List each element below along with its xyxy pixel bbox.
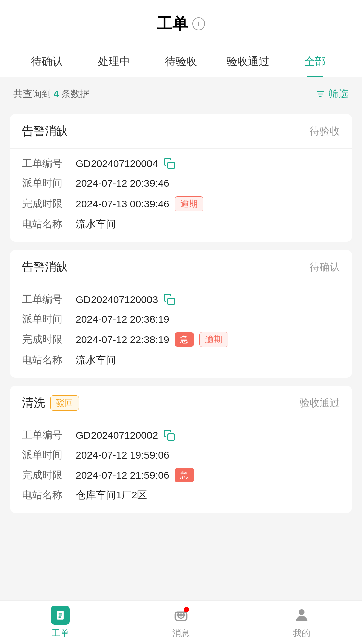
station-row: 电站名称 仓库车间1厂2区 (22, 488, 340, 502)
deadline-row: 完成时限 2024-07-12 22:38:19 急 逾期 (22, 332, 340, 347)
tab-bar: 待确认 处理中 待验收 验收通过 全部 (0, 41, 362, 77)
svg-point-13 (180, 614, 182, 616)
card-header: 告警消缺 待验收 (10, 114, 352, 149)
deadline-row: 完成时限 2024-07-13 00:39:46 逾期 (22, 196, 340, 211)
card-header: 清洗 驳回 验收通过 (10, 386, 352, 420)
page-title: 工单 i (157, 13, 205, 34)
overdue-badge: 逾期 (199, 332, 228, 347)
station-row: 电站名称 流水车间 (22, 217, 340, 231)
message-icon (172, 606, 190, 625)
page-header: 工单 i (0, 0, 362, 41)
work-order-card[interactable]: 清洗 驳回 验收通过 工单编号 GD202407120002 派单时间 2024… (10, 386, 352, 513)
dispatch-time-row: 派单时间 2024-07-12 20:39:46 (22, 176, 340, 190)
overdue-badge: 逾期 (175, 196, 203, 211)
svg-point-16 (299, 609, 304, 615)
dispatch-time-row: 派单时间 2024-07-12 19:59:06 (22, 448, 340, 462)
copy-icon[interactable] (163, 429, 175, 441)
work-order-card[interactable]: 告警消缺 待确认 工单编号 GD202407120003 派单时间 2024-0… (10, 250, 352, 378)
tab-inspect-passed[interactable]: 验收通过 (215, 48, 282, 77)
svg-rect-9 (58, 616, 61, 618)
urgent-badge: 急 (175, 332, 194, 347)
urgent-badge: 急 (175, 468, 194, 482)
svg-rect-4 (168, 298, 175, 305)
work-order-card[interactable]: 告警消缺 待验收 工单编号 GD202407120004 派单时间 2024-0… (10, 114, 352, 242)
cards-list: 告警消缺 待验收 工单编号 GD202407120004 派单时间 2024-0… (0, 110, 362, 571)
rejected-badge: 驳回 (50, 395, 79, 411)
nav-item-message[interactable]: 消息 (121, 601, 241, 644)
nav-work-label: 工单 (52, 627, 69, 639)
filter-button[interactable]: 筛选 (315, 87, 349, 101)
order-number-row: 工单编号 GD202407120003 (22, 292, 340, 306)
work-order-icon (51, 606, 70, 625)
order-number-row: 工单编号 GD202407120002 (22, 428, 340, 442)
tab-pending-confirm[interactable]: 待确认 (13, 48, 80, 77)
nav-mine-label: 我的 (293, 627, 310, 639)
tab-processing[interactable]: 处理中 (80, 48, 147, 77)
svg-rect-8 (58, 615, 62, 616)
svg-rect-3 (168, 162, 175, 169)
profile-icon (292, 606, 311, 625)
copy-icon[interactable] (163, 158, 175, 170)
message-dot (184, 607, 189, 612)
bottom-nav: 工单 消息 我的 (0, 600, 362, 644)
card-body: 工单编号 GD202407120004 派单时间 2024-07-12 20:3… (10, 149, 352, 242)
info-icon[interactable]: i (192, 17, 205, 30)
nav-item-mine[interactable]: 我的 (241, 601, 362, 644)
summary-text: 共查询到 4 条数据 (13, 88, 89, 100)
nav-item-work[interactable]: 工单 (0, 601, 121, 644)
card-header: 告警消缺 待确认 (10, 250, 352, 284)
card-status: 验收通过 (300, 396, 340, 410)
svg-rect-7 (58, 613, 62, 614)
dispatch-time-row: 派单时间 2024-07-12 20:38:19 (22, 312, 340, 326)
svg-rect-5 (168, 434, 175, 440)
filter-icon (315, 89, 326, 99)
card-type: 告警消缺 (22, 259, 68, 275)
svg-point-14 (183, 614, 185, 616)
card-body: 工单编号 GD202407120003 派单时间 2024-07-12 20:3… (10, 284, 352, 378)
nav-message-label: 消息 (172, 627, 190, 639)
card-type: 告警消缺 (22, 123, 68, 139)
station-row: 电站名称 流水车间 (22, 353, 340, 367)
tab-all[interactable]: 全部 (282, 48, 349, 77)
card-type: 清洗 驳回 (22, 395, 79, 411)
svg-point-12 (177, 614, 179, 616)
card-status: 待验收 (310, 124, 340, 138)
deadline-row: 完成时限 2024-07-12 21:59:06 急 (22, 468, 340, 482)
card-status: 待确认 (310, 260, 340, 274)
order-number-row: 工单编号 GD202407120004 (22, 157, 340, 170)
copy-icon[interactable] (163, 293, 175, 306)
summary-bar: 共查询到 4 条数据 筛选 (0, 77, 362, 110)
card-body: 工单编号 GD202407120002 派单时间 2024-07-12 19:5… (10, 420, 352, 513)
tab-pending-inspect[interactable]: 待验收 (147, 48, 215, 77)
